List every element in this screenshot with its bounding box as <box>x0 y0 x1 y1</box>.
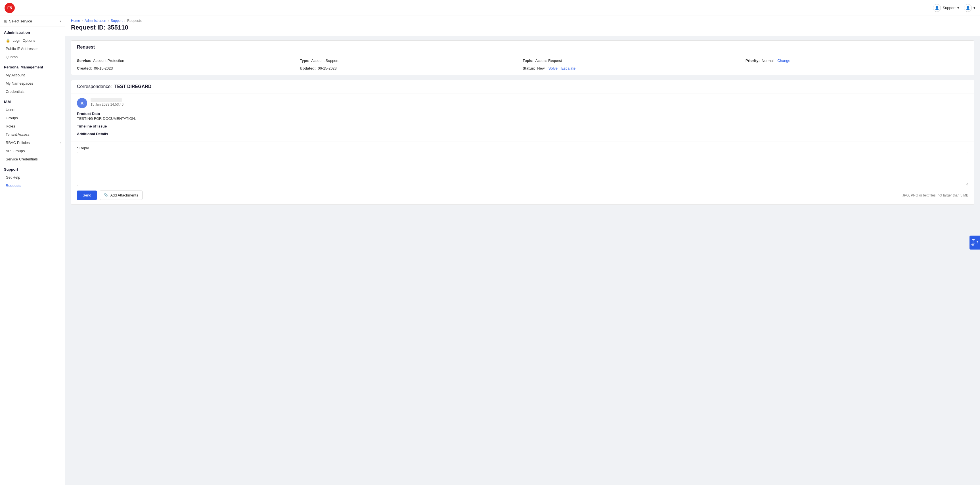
avatar: A <box>77 98 87 108</box>
lock-icon: 🔒 <box>6 38 10 43</box>
support-icon: 👤 <box>933 4 941 12</box>
section-additional-title: Additional Details <box>77 132 968 136</box>
sidebar-item-login-options[interactable]: 🔒 Login Options <box>0 37 65 45</box>
correspondence-card: Correspondence: TEST DIREGARD A 15 Jun 2… <box>71 80 974 205</box>
request-priority: Priority: Normal Change <box>746 59 968 63</box>
message-body: Product Data TESTING FOR DOCUMENTATION. … <box>77 111 968 136</box>
sidebar-item-service-credentials[interactable]: Service Credentials <box>0 155 65 163</box>
topbar: F5 👤 Support ▾ 👤 ▾ <box>0 0 980 16</box>
reply-actions: Send 📎 Add Attachments JPG, PNG or text … <box>71 191 974 204</box>
breadcrumb-bar: Home › Administration › Support › Reques… <box>65 16 980 23</box>
topbar-left: F5 <box>5 3 15 13</box>
file-hint: JPG, PNG or text files, not larger than … <box>902 193 968 197</box>
breadcrumb-requests: Requests <box>127 19 142 23</box>
priority-change-link[interactable]: Change <box>777 59 791 63</box>
chevron-down-icon: ▾ <box>60 20 61 23</box>
request-topic: Topic: Access Request <box>523 59 746 63</box>
breadcrumb-administration[interactable]: Administration <box>84 19 106 23</box>
request-service: Service: Account Protection <box>77 59 300 63</box>
sidebar-item-api-groups[interactable]: API Groups <box>0 147 65 155</box>
reply-label: * Reply <box>71 142 974 150</box>
grid-icon: ⊞ <box>4 19 7 23</box>
breadcrumb-support[interactable]: Support <box>111 19 123 23</box>
sidebar-item-public-ip[interactable]: Public IP Addresses <box>0 45 65 53</box>
content-area: Request Service: Account Protection Type… <box>65 36 980 214</box>
attachment-icon: 📎 <box>104 193 108 197</box>
escalate-link[interactable]: Escalate <box>561 66 576 70</box>
message-block: A 15 Jun 2023 14:53:46 Product Data TEST… <box>71 94 974 141</box>
sidebar-section-support: Support <box>0 163 65 173</box>
sidebar-item-my-account[interactable]: My Account <box>0 71 65 79</box>
add-attachments-button[interactable]: 📎 Add Attachments <box>100 191 142 200</box>
sidebar-section-administration: Administration <box>0 26 65 37</box>
service-select-dropdown[interactable]: ⊞ Select service ▾ <box>0 16 65 26</box>
message-time: 15 Jun 2023 14:53:46 <box>91 102 124 107</box>
correspondence-card-title: Correspondence: TEST DIREGARD <box>71 80 974 94</box>
section-timeline-title: Timeline of Issue <box>77 124 968 128</box>
request-info: Service: Account Protection Type: Accoun… <box>71 54 974 75</box>
request-card: Request Service: Account Protection Type… <box>71 40 974 75</box>
help-icon: ? <box>976 240 978 245</box>
sidebar-item-groups[interactable]: Groups <box>0 114 65 122</box>
topbar-right: 👤 Support ▾ 👤 ▾ <box>933 4 975 12</box>
support-menu[interactable]: 👤 Support ▾ <box>933 4 959 12</box>
message-sender <box>91 98 122 102</box>
user-menu[interactable]: 👤 ▾ <box>964 4 975 12</box>
breadcrumb: Home › Administration › Support › Reques… <box>71 19 974 23</box>
reply-textarea[interactable] <box>77 152 968 186</box>
sidebar-item-rbac-policies[interactable]: RBAC Policies › <box>0 138 65 147</box>
message-meta: 15 Jun 2023 14:53:46 <box>91 98 124 107</box>
request-updated: Updated: 06-15-2023 <box>300 66 523 70</box>
user-icon: 👤 <box>964 4 972 12</box>
main-content: Home › Administration › Support › Reques… <box>65 16 980 485</box>
sidebar-item-my-namespaces[interactable]: My Namespaces <box>0 79 65 87</box>
page-title: Request ID: 355110 <box>65 23 980 36</box>
request-type: Type: Account Support <box>300 59 523 63</box>
sidebar-item-users[interactable]: Users <box>0 106 65 114</box>
sidebar-section-iam: IAM <box>0 96 65 106</box>
section-product-data-title: Product Data <box>77 111 968 116</box>
solve-link[interactable]: Solve <box>549 66 558 70</box>
sidebar-item-requests[interactable]: Requests <box>0 181 65 190</box>
sidebar-item-roles[interactable]: Roles <box>0 122 65 130</box>
help-tab[interactable]: ? Help <box>969 236 980 250</box>
request-status: Status: New Solve Escalate <box>523 66 746 70</box>
sidebar-item-get-help[interactable]: Get Help <box>0 173 65 181</box>
request-card-title: Request <box>71 41 974 54</box>
arrow-icon: › <box>60 141 61 144</box>
message-header: A 15 Jun 2023 14:53:46 <box>77 98 968 108</box>
sidebar-item-quotas[interactable]: Quotas <box>0 53 65 61</box>
breadcrumb-home[interactable]: Home <box>71 19 80 23</box>
send-button[interactable]: Send <box>77 191 97 200</box>
sidebar-section-personal: Personal Management <box>0 61 65 71</box>
request-created: Created: 06-15-2023 <box>77 66 300 70</box>
sidebar-item-tenant-access[interactable]: Tenant Access <box>0 130 65 138</box>
sidebar: ⊞ Select service ▾ Administration 🔒 Logi… <box>0 16 65 485</box>
section-product-data-text: TESTING FOR DOCUMENTATION. <box>77 116 968 121</box>
f5-logo: F5 <box>5 3 15 13</box>
sidebar-item-credentials[interactable]: Credentials <box>0 87 65 96</box>
